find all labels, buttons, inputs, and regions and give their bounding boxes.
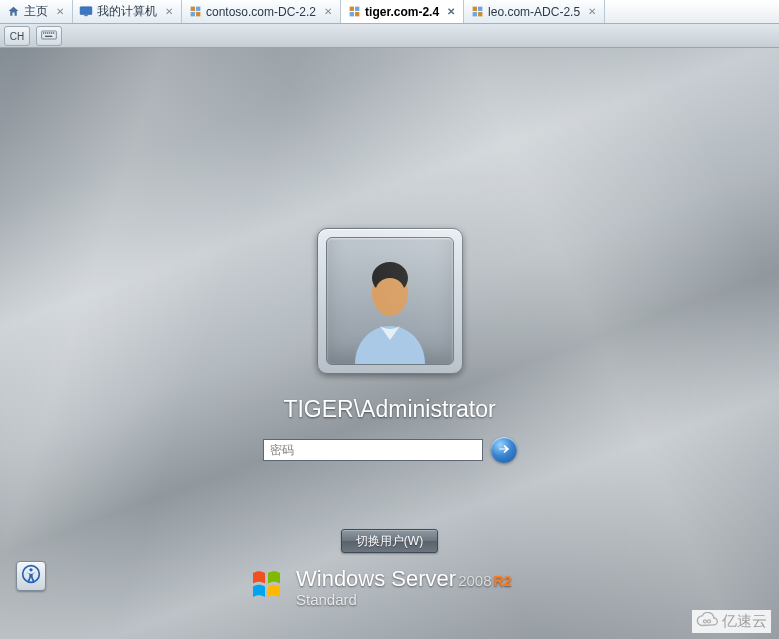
computer-icon: [79, 5, 93, 19]
svg-rect-9: [355, 12, 359, 16]
tab-bar: 主页 ✕ 我的计算机 ✕ contoso.com-DC-2.2 ✕ tiger.…: [0, 0, 779, 24]
on-screen-keyboard-button[interactable]: [36, 26, 62, 46]
user-avatar-icon: [326, 237, 454, 365]
svg-rect-0: [80, 7, 92, 15]
arrow-right-icon: [497, 442, 511, 459]
close-icon[interactable]: ✕: [586, 6, 598, 18]
watermark: 亿速云: [692, 610, 771, 633]
keyboard-icon: [41, 30, 57, 42]
tab-home[interactable]: 主页 ✕: [0, 0, 73, 23]
svg-rect-12: [472, 12, 476, 16]
username-label: TIGER\Administrator: [283, 396, 495, 423]
tab-label: 主页: [24, 3, 48, 20]
switch-user-button[interactable]: 切换用户(W): [341, 529, 438, 553]
user-avatar-frame: [317, 228, 463, 374]
svg-rect-17: [47, 32, 48, 33]
ease-of-access-icon: [21, 564, 41, 588]
tab-my-computer[interactable]: 我的计算机 ✕: [73, 0, 182, 23]
home-icon: [6, 5, 20, 19]
tab-tiger[interactable]: tiger.com-2.4 ✕: [341, 0, 464, 23]
svg-rect-10: [472, 7, 476, 11]
svg-rect-3: [196, 7, 200, 11]
brand-r2: R2: [494, 573, 512, 589]
windows-logo-icon: [250, 567, 286, 607]
svg-rect-1: [84, 15, 88, 16]
tab-label: tiger.com-2.4: [365, 5, 439, 19]
svg-rect-19: [51, 32, 52, 33]
svg-point-24: [703, 620, 706, 623]
watermark-text: 亿速云: [722, 612, 767, 631]
tab-leo[interactable]: leo.com-ADC-2.5 ✕: [464, 0, 605, 23]
svg-rect-21: [45, 36, 52, 37]
svg-rect-2: [190, 7, 194, 11]
svg-rect-7: [355, 7, 359, 11]
cloud-icon: [696, 612, 718, 631]
svg-rect-15: [43, 32, 44, 33]
svg-rect-20: [53, 32, 54, 33]
windows-branding: Windows Server2008R2 Standard: [250, 567, 511, 607]
brand-edition: Standard: [296, 592, 511, 607]
tab-label: contoso.com-DC-2.2: [206, 5, 316, 19]
svg-rect-5: [196, 12, 200, 16]
vm-icon: [188, 5, 202, 19]
close-icon[interactable]: ✕: [163, 6, 175, 18]
svg-rect-11: [478, 7, 482, 11]
submit-button[interactable]: [491, 437, 517, 463]
rdp-toolbar: CH: [0, 24, 779, 48]
close-icon[interactable]: ✕: [445, 6, 457, 18]
input-lang-button[interactable]: CH: [4, 26, 30, 46]
svg-rect-14: [42, 31, 57, 39]
brand-year: 2008: [458, 572, 491, 589]
brand-product: Windows Server: [296, 566, 456, 591]
svg-rect-4: [190, 12, 194, 16]
password-input[interactable]: [263, 439, 483, 461]
vm-icon: [347, 5, 361, 19]
ease-of-access-button[interactable]: [16, 561, 46, 591]
tab-label: leo.com-ADC-2.5: [488, 5, 580, 19]
svg-point-23: [29, 568, 32, 571]
vm-icon: [470, 5, 484, 19]
svg-rect-18: [49, 32, 50, 33]
svg-point-25: [708, 620, 711, 623]
svg-rect-8: [349, 12, 353, 16]
login-screen: TIGER\Administrator 切换用户(W): [0, 48, 779, 639]
svg-rect-16: [45, 32, 46, 33]
tab-label: 我的计算机: [97, 3, 157, 20]
tab-contoso[interactable]: contoso.com-DC-2.2 ✕: [182, 0, 341, 23]
close-icon[interactable]: ✕: [54, 6, 66, 18]
close-icon[interactable]: ✕: [322, 6, 334, 18]
svg-rect-13: [478, 12, 482, 16]
svg-rect-6: [349, 7, 353, 11]
